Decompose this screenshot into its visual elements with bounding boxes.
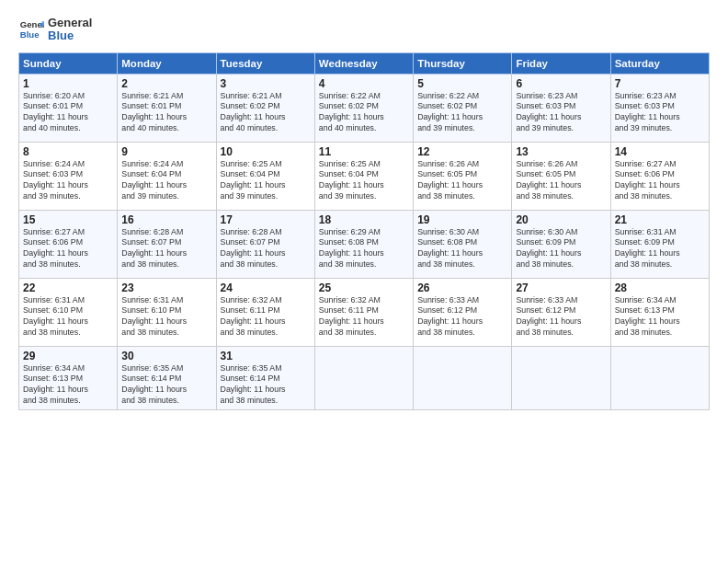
day-cell: 28Sunrise: 6:34 AM Sunset: 6:13 PM Dayli… (610, 278, 709, 346)
day-info: Sunrise: 6:30 AM Sunset: 6:09 PM Dayligh… (516, 227, 606, 271)
day-number: 28 (615, 282, 705, 294)
day-cell: 20Sunrise: 6:30 AM Sunset: 6:09 PM Dayli… (512, 210, 610, 278)
day-info: Sunrise: 6:35 AM Sunset: 6:14 PM Dayligh… (221, 363, 311, 408)
day-info: Sunrise: 6:27 AM Sunset: 6:06 PM Dayligh… (23, 227, 113, 271)
logo-icon: General Blue (18, 17, 44, 42)
day-info: Sunrise: 6:27 AM Sunset: 6:06 PM Dayligh… (615, 159, 705, 203)
day-info: Sunrise: 6:25 AM Sunset: 6:04 PM Dayligh… (319, 159, 409, 203)
day-number: 24 (221, 282, 311, 294)
day-info: Sunrise: 6:23 AM Sunset: 6:03 PM Dayligh… (516, 91, 606, 135)
day-info: Sunrise: 6:22 AM Sunset: 6:02 PM Dayligh… (319, 91, 409, 135)
day-number: 13 (516, 145, 606, 158)
day-info: Sunrise: 6:32 AM Sunset: 6:11 PM Dayligh… (319, 295, 409, 339)
day-cell (314, 346, 413, 410)
day-number: 20 (516, 213, 606, 226)
day-number: 17 (221, 213, 311, 226)
day-info: Sunrise: 6:28 AM Sunset: 6:07 PM Dayligh… (121, 227, 211, 271)
day-info: Sunrise: 6:20 AM Sunset: 6:01 PM Dayligh… (23, 91, 113, 135)
day-number: 27 (516, 282, 606, 294)
week-row-5: 29Sunrise: 6:34 AM Sunset: 6:13 PM Dayli… (19, 346, 710, 410)
day-number: 31 (221, 350, 311, 362)
day-number: 2 (121, 77, 211, 90)
day-number: 1 (23, 77, 113, 90)
day-cell: 10Sunrise: 6:25 AM Sunset: 6:04 PM Dayli… (216, 142, 314, 210)
col-header-friday: Friday (512, 52, 610, 74)
day-info: Sunrise: 6:28 AM Sunset: 6:07 PM Dayligh… (221, 227, 311, 271)
day-cell: 13Sunrise: 6:26 AM Sunset: 6:05 PM Dayli… (512, 142, 610, 210)
day-cell: 16Sunrise: 6:28 AM Sunset: 6:07 PM Dayli… (118, 210, 216, 278)
day-info: Sunrise: 6:26 AM Sunset: 6:05 PM Dayligh… (417, 159, 507, 203)
day-cell: 9Sunrise: 6:24 AM Sunset: 6:04 PM Daylig… (118, 142, 216, 210)
day-number: 25 (319, 282, 409, 294)
day-info: Sunrise: 6:34 AM Sunset: 6:13 PM Dayligh… (23, 363, 113, 408)
col-header-tuesday: Tuesday (216, 52, 314, 74)
day-cell: 29Sunrise: 6:34 AM Sunset: 6:13 PM Dayli… (19, 346, 118, 410)
day-number: 29 (23, 350, 113, 362)
week-row-2: 8Sunrise: 6:24 AM Sunset: 6:03 PM Daylig… (19, 142, 710, 210)
day-number: 5 (417, 77, 507, 90)
day-number: 3 (221, 77, 311, 90)
day-cell: 2Sunrise: 6:21 AM Sunset: 6:01 PM Daylig… (118, 74, 216, 142)
calendar-table: SundayMondayTuesdayWednesdayThursdayFrid… (18, 52, 710, 411)
day-cell: 31Sunrise: 6:35 AM Sunset: 6:14 PM Dayli… (216, 346, 314, 410)
day-number: 15 (23, 213, 113, 226)
col-header-saturday: Saturday (610, 52, 709, 74)
header: General Blue General Blue (18, 17, 710, 43)
col-header-wednesday: Wednesday (314, 52, 413, 74)
day-info: Sunrise: 6:35 AM Sunset: 6:14 PM Dayligh… (121, 363, 211, 408)
day-number: 30 (121, 350, 211, 362)
day-info: Sunrise: 6:25 AM Sunset: 6:04 PM Dayligh… (221, 159, 311, 203)
day-cell: 23Sunrise: 6:31 AM Sunset: 6:10 PM Dayli… (118, 278, 216, 346)
day-info: Sunrise: 6:33 AM Sunset: 6:12 PM Dayligh… (516, 295, 606, 339)
day-number: 11 (319, 145, 409, 158)
logo-blue: Blue (48, 29, 92, 42)
day-cell: 19Sunrise: 6:30 AM Sunset: 6:08 PM Dayli… (414, 210, 512, 278)
day-cell: 11Sunrise: 6:25 AM Sunset: 6:04 PM Dayli… (314, 142, 413, 210)
day-number: 22 (23, 282, 113, 294)
day-number: 16 (121, 213, 211, 226)
day-number: 4 (319, 77, 409, 90)
week-row-4: 22Sunrise: 6:31 AM Sunset: 6:10 PM Dayli… (19, 278, 710, 346)
day-cell (610, 346, 709, 410)
day-cell (512, 346, 610, 410)
day-info: Sunrise: 6:24 AM Sunset: 6:03 PM Dayligh… (23, 159, 113, 203)
day-info: Sunrise: 6:33 AM Sunset: 6:12 PM Dayligh… (417, 295, 507, 339)
day-number: 10 (221, 145, 311, 158)
day-cell: 18Sunrise: 6:29 AM Sunset: 6:08 PM Dayli… (314, 210, 413, 278)
day-number: 7 (615, 77, 705, 90)
day-number: 8 (23, 145, 113, 158)
col-header-thursday: Thursday (414, 52, 512, 74)
day-info: Sunrise: 6:31 AM Sunset: 6:10 PM Dayligh… (23, 295, 113, 339)
day-number: 18 (319, 213, 409, 226)
day-info: Sunrise: 6:26 AM Sunset: 6:05 PM Dayligh… (516, 159, 606, 203)
day-cell (414, 346, 512, 410)
day-info: Sunrise: 6:29 AM Sunset: 6:08 PM Dayligh… (319, 227, 409, 271)
day-cell: 4Sunrise: 6:22 AM Sunset: 6:02 PM Daylig… (314, 74, 413, 142)
week-row-1: 1Sunrise: 6:20 AM Sunset: 6:01 PM Daylig… (19, 74, 710, 142)
day-info: Sunrise: 6:32 AM Sunset: 6:11 PM Dayligh… (221, 295, 311, 339)
day-cell: 22Sunrise: 6:31 AM Sunset: 6:10 PM Dayli… (19, 278, 118, 346)
day-info: Sunrise: 6:23 AM Sunset: 6:03 PM Dayligh… (615, 91, 705, 135)
page: General Blue General Blue SundayMondayTu… (0, 0, 728, 563)
day-cell: 21Sunrise: 6:31 AM Sunset: 6:09 PM Dayli… (610, 210, 709, 278)
day-cell: 27Sunrise: 6:33 AM Sunset: 6:12 PM Dayli… (512, 278, 610, 346)
day-cell: 24Sunrise: 6:32 AM Sunset: 6:11 PM Dayli… (216, 278, 314, 346)
day-number: 14 (615, 145, 705, 158)
day-cell: 26Sunrise: 6:33 AM Sunset: 6:12 PM Dayli… (414, 278, 512, 346)
day-cell: 7Sunrise: 6:23 AM Sunset: 6:03 PM Daylig… (610, 74, 709, 142)
day-cell: 15Sunrise: 6:27 AM Sunset: 6:06 PM Dayli… (19, 210, 118, 278)
day-number: 26 (417, 282, 507, 294)
header-row: SundayMondayTuesdayWednesdayThursdayFrid… (19, 52, 710, 74)
day-number: 6 (516, 77, 606, 90)
day-info: Sunrise: 6:21 AM Sunset: 6:01 PM Dayligh… (121, 91, 211, 135)
day-cell: 17Sunrise: 6:28 AM Sunset: 6:07 PM Dayli… (216, 210, 314, 278)
day-number: 9 (121, 145, 211, 158)
day-info: Sunrise: 6:21 AM Sunset: 6:02 PM Dayligh… (221, 91, 311, 135)
day-number: 23 (121, 282, 211, 294)
day-cell: 12Sunrise: 6:26 AM Sunset: 6:05 PM Dayli… (414, 142, 512, 210)
col-header-sunday: Sunday (19, 52, 118, 74)
day-cell: 1Sunrise: 6:20 AM Sunset: 6:01 PM Daylig… (19, 74, 118, 142)
day-cell: 3Sunrise: 6:21 AM Sunset: 6:02 PM Daylig… (216, 74, 314, 142)
day-cell: 30Sunrise: 6:35 AM Sunset: 6:14 PM Dayli… (118, 346, 216, 410)
day-info: Sunrise: 6:30 AM Sunset: 6:08 PM Dayligh… (417, 227, 507, 271)
